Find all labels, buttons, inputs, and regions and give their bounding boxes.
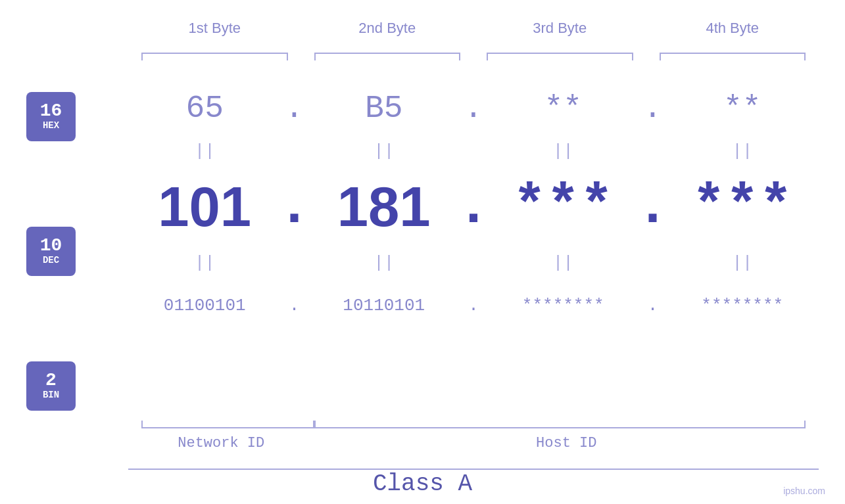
byte-headers: 1st Byte 2nd Byte 3rd Byte 4th Byte [128,20,819,37]
dec-b1-cell: 101 [128,175,281,239]
hex-badge: 16 HEX [26,92,76,141]
byte-header-2: 2nd Byte [301,20,474,37]
equals-row-1: || || || || [128,138,819,164]
bin-b4: ******** [701,296,783,315]
bin-badge: 2 BIN [26,361,76,411]
bin-b1-cell: 01100101 [128,296,281,315]
byte-header-1: 1st Byte [128,20,301,37]
dec-dot-1: . [281,175,308,239]
hex-num: 16 [40,102,62,120]
dec-dot-3: . [640,175,666,239]
bracket-1 [128,53,301,64]
eq-2-b3: || [487,253,640,273]
eq-2-b2: || [308,253,461,273]
class-line [128,469,819,470]
host-id-label: Host ID [314,435,819,451]
hex-b1-cell: 65 [128,91,281,126]
network-id-label: Network ID [128,435,314,451]
eq-1-b4: || [666,141,819,161]
hex-row: 65 . B5 . ** . ** [128,79,819,138]
dec-b1: 101 [158,175,251,239]
bin-dot-3: . [640,296,666,315]
eq-1-b3: || [487,141,640,161]
dec-badge: 10 DEC [26,227,76,276]
bottom-brackets [128,415,819,428]
base-labels: 16 HEX 10 DEC 2 BIN [26,92,76,411]
id-labels: Network ID Host ID [128,435,819,451]
bin-b1: 01100101 [164,296,246,315]
dec-dot-2: . [460,175,487,239]
bracket-4 [646,53,819,64]
hex-b2-cell: B5 [308,91,461,126]
main-container: 1st Byte 2nd Byte 3rd Byte 4th Byte 16 H… [0,0,845,504]
dec-row: 101 . 181 . *** . *** [128,164,819,250]
hex-b4-cell: ** [666,91,819,126]
hex-dot-3: . [640,91,666,126]
watermark: ipshu.com [783,486,825,496]
bin-b4-cell: ******** [666,296,819,315]
dec-b3: *** [513,175,614,239]
byte-header-4: 4th Byte [646,20,819,37]
class-a-label: Class A [0,470,845,497]
dec-num: 10 [40,237,62,255]
bin-name: BIN [43,390,59,401]
hex-dot-2: . [460,91,487,126]
dec-b4-cell: *** [666,175,819,239]
bin-b2-cell: 10110101 [308,296,461,315]
dec-b2: 181 [337,175,431,239]
bin-b3: ******** [522,296,604,315]
bin-row: 01100101 . 10110101 . ******** . *******… [128,276,819,335]
dec-b3-cell: *** [487,175,640,239]
hex-b3: ** [544,91,582,126]
content-grid: 65 . B5 . ** . ** || || [128,79,819,335]
dec-name: DEC [43,255,59,266]
hex-b1: 65 [185,91,224,126]
bin-num: 2 [45,371,57,390]
bin-b2: 10110101 [343,296,425,315]
hex-b3-cell: ** [487,91,640,126]
bin-dot-2: . [460,296,487,315]
eq-1-b2: || [308,141,461,161]
equals-row-2: || || || || [128,250,819,276]
bin-dot-1: . [281,296,308,315]
bracket-2 [301,53,474,64]
eq-2-b1: || [128,253,281,273]
dec-b2-cell: 181 [308,175,461,239]
byte-header-3: 3rd Byte [473,20,646,37]
bin-b3-cell: ******** [487,296,640,315]
bracket-3 [473,53,646,64]
eq-2-b4: || [666,253,819,273]
hex-dot-1: . [281,91,308,126]
host-bracket [314,415,819,428]
eq-1-b1: || [128,141,281,161]
hex-b2: B5 [365,91,403,126]
dec-b4: *** [692,175,792,239]
hex-b4: ** [723,91,761,126]
hex-name: HEX [43,120,59,131]
network-bracket [128,415,314,428]
top-brackets [128,53,819,64]
